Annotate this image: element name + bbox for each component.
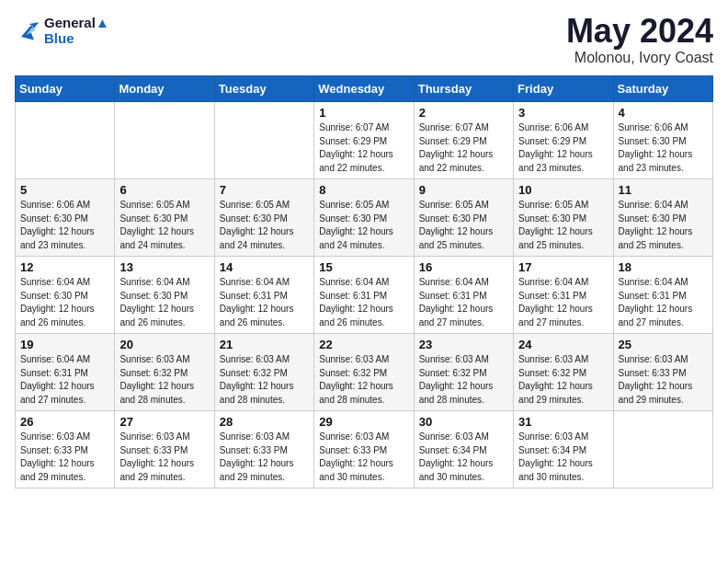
day-info: Sunrise: 6:04 AM Sunset: 6:30 PM Dayligh…	[20, 276, 109, 329]
day-number: 25	[619, 338, 708, 351]
day-number: 21	[220, 338, 309, 351]
day-number: 29	[319, 415, 408, 429]
title-block: May 2024 Molonou, Ivory Coast	[566, 15, 713, 66]
day-info: Sunrise: 6:06 AM Sunset: 6:30 PM Dayligh…	[20, 199, 109, 252]
calendar-day-cell: 4Sunrise: 6:06 AM Sunset: 6:30 PM Daylig…	[613, 102, 712, 179]
calendar-day-cell: 30Sunrise: 6:03 AM Sunset: 6:34 PM Dayli…	[414, 411, 513, 488]
day-number: 19	[20, 338, 109, 351]
day-number: 3	[518, 106, 608, 120]
day-info: Sunrise: 6:03 AM Sunset: 6:32 PM Dayligh…	[220, 353, 309, 407]
day-info: Sunrise: 6:04 AM Sunset: 6:31 PM Dayligh…	[419, 276, 508, 329]
day-number: 17	[518, 260, 608, 274]
calendar-day-cell: 26Sunrise: 6:03 AM Sunset: 6:33 PM Dayli…	[16, 411, 115, 488]
day-info: Sunrise: 6:05 AM Sunset: 6:30 PM Dayligh…	[518, 199, 608, 252]
calendar-day-cell: 28Sunrise: 6:03 AM Sunset: 6:33 PM Dayli…	[214, 411, 313, 488]
calendar-day-cell: 9Sunrise: 6:05 AM Sunset: 6:30 PM Daylig…	[414, 179, 513, 257]
calendar-day-cell: 2Sunrise: 6:07 AM Sunset: 6:29 PM Daylig…	[414, 102, 513, 179]
day-number: 10	[518, 183, 608, 197]
day-info: Sunrise: 6:03 AM Sunset: 6:33 PM Dayligh…	[619, 353, 708, 407]
day-info: Sunrise: 6:04 AM Sunset: 6:31 PM Dayligh…	[319, 276, 408, 329]
col-tuesday: Tuesday	[214, 76, 313, 102]
calendar-day-cell: 5Sunrise: 6:06 AM Sunset: 6:30 PM Daylig…	[16, 179, 115, 257]
calendar-day-cell: 1Sunrise: 6:07 AM Sunset: 6:29 PM Daylig…	[314, 102, 414, 179]
day-number: 31	[518, 415, 608, 429]
day-info: Sunrise: 6:03 AM Sunset: 6:33 PM Dayligh…	[20, 431, 109, 484]
day-info: Sunrise: 6:03 AM Sunset: 6:34 PM Dayligh…	[419, 431, 508, 484]
calendar-day-cell: 27Sunrise: 6:03 AM Sunset: 6:33 PM Dayli…	[115, 411, 214, 488]
day-number: 9	[419, 183, 508, 197]
day-number: 14	[220, 260, 309, 274]
day-info: Sunrise: 6:03 AM Sunset: 6:32 PM Dayligh…	[518, 353, 608, 407]
day-number: 12	[20, 260, 109, 274]
calendar-table: Sunday Monday Tuesday Wednesday Thursday…	[15, 75, 713, 488]
day-number: 5	[20, 183, 109, 197]
day-number: 13	[119, 260, 209, 274]
calendar-day-cell: 12Sunrise: 6:04 AM Sunset: 6:30 PM Dayli…	[16, 257, 115, 334]
calendar-week-1: 1Sunrise: 6:07 AM Sunset: 6:29 PM Daylig…	[16, 102, 713, 179]
calendar-day-cell: 16Sunrise: 6:04 AM Sunset: 6:31 PM Dayli…	[414, 257, 513, 334]
calendar-day-cell: 17Sunrise: 6:04 AM Sunset: 6:31 PM Dayli…	[514, 257, 613, 334]
day-number: 15	[319, 260, 408, 274]
day-info: Sunrise: 6:06 AM Sunset: 6:30 PM Dayligh…	[619, 121, 708, 175]
col-monday: Monday	[115, 76, 214, 102]
calendar-day-cell: 14Sunrise: 6:04 AM Sunset: 6:31 PM Dayli…	[214, 257, 313, 334]
day-number: 18	[619, 260, 708, 274]
calendar-day-cell: 11Sunrise: 6:04 AM Sunset: 6:30 PM Dayli…	[613, 179, 712, 257]
day-info: Sunrise: 6:04 AM Sunset: 6:31 PM Dayligh…	[619, 276, 708, 329]
day-number: 28	[220, 415, 309, 429]
day-info: Sunrise: 6:03 AM Sunset: 6:33 PM Dayligh…	[319, 431, 408, 484]
col-thursday: Thursday	[414, 76, 513, 102]
calendar-day-cell: 22Sunrise: 6:03 AM Sunset: 6:32 PM Dayli…	[314, 334, 414, 411]
day-info: Sunrise: 6:05 AM Sunset: 6:30 PM Dayligh…	[319, 199, 408, 252]
calendar-day-cell: 25Sunrise: 6:03 AM Sunset: 6:33 PM Dayli…	[613, 334, 712, 411]
day-number: 30	[419, 415, 508, 429]
calendar-week-3: 12Sunrise: 6:04 AM Sunset: 6:30 PM Dayli…	[16, 257, 713, 334]
day-info: Sunrise: 6:05 AM Sunset: 6:30 PM Dayligh…	[419, 199, 508, 252]
calendar-day-cell: 24Sunrise: 6:03 AM Sunset: 6:32 PM Dayli…	[514, 334, 613, 411]
calendar-day-cell: 23Sunrise: 6:03 AM Sunset: 6:32 PM Dayli…	[414, 334, 513, 411]
calendar-day-cell: 8Sunrise: 6:05 AM Sunset: 6:30 PM Daylig…	[314, 179, 414, 257]
logo-icon	[15, 17, 40, 43]
day-info: Sunrise: 6:04 AM Sunset: 6:30 PM Dayligh…	[619, 199, 708, 252]
col-friday: Friday	[514, 76, 613, 102]
page-header: General▲ Blue May 2024 Molonou, Ivory Co…	[15, 15, 713, 66]
calendar-day-cell: 19Sunrise: 6:04 AM Sunset: 6:31 PM Dayli…	[16, 334, 115, 411]
day-number: 16	[419, 260, 508, 274]
logo-text: General▲ Blue	[44, 15, 109, 46]
day-info: Sunrise: 6:03 AM Sunset: 6:34 PM Dayligh…	[518, 431, 608, 484]
calendar-day-cell: 29Sunrise: 6:03 AM Sunset: 6:33 PM Dayli…	[314, 411, 414, 488]
calendar-day-cell: 21Sunrise: 6:03 AM Sunset: 6:32 PM Dayli…	[214, 334, 313, 411]
calendar-header-row: Sunday Monday Tuesday Wednesday Thursday…	[16, 76, 713, 102]
location-title: Molonou, Ivory Coast	[566, 50, 713, 66]
day-info: Sunrise: 6:06 AM Sunset: 6:29 PM Dayligh…	[518, 121, 608, 175]
day-info: Sunrise: 6:05 AM Sunset: 6:30 PM Dayligh…	[119, 199, 209, 252]
month-title: May 2024	[566, 15, 713, 48]
day-info: Sunrise: 6:04 AM Sunset: 6:31 PM Dayligh…	[20, 353, 109, 407]
day-number: 23	[419, 338, 508, 351]
calendar-day-cell: 3Sunrise: 6:06 AM Sunset: 6:29 PM Daylig…	[514, 102, 613, 179]
day-number: 7	[220, 183, 309, 197]
day-number: 27	[119, 415, 209, 429]
col-sunday: Sunday	[16, 76, 115, 102]
day-number: 4	[619, 106, 708, 120]
day-number: 1	[319, 106, 408, 120]
day-info: Sunrise: 6:03 AM Sunset: 6:32 PM Dayligh…	[419, 353, 508, 407]
day-number: 6	[119, 183, 209, 197]
day-info: Sunrise: 6:04 AM Sunset: 6:30 PM Dayligh…	[119, 276, 209, 329]
calendar-day-cell: 7Sunrise: 6:05 AM Sunset: 6:30 PM Daylig…	[214, 179, 313, 257]
day-info: Sunrise: 6:05 AM Sunset: 6:30 PM Dayligh…	[220, 199, 309, 252]
calendar-day-cell: 31Sunrise: 6:03 AM Sunset: 6:34 PM Dayli…	[514, 411, 613, 488]
day-info: Sunrise: 6:04 AM Sunset: 6:31 PM Dayligh…	[518, 276, 608, 329]
day-number: 11	[619, 183, 708, 197]
day-number: 2	[419, 106, 508, 120]
day-info: Sunrise: 6:03 AM Sunset: 6:33 PM Dayligh…	[220, 431, 309, 484]
day-number: 20	[119, 338, 209, 351]
day-number: 8	[319, 183, 408, 197]
calendar-day-cell	[16, 102, 115, 179]
calendar-day-cell	[613, 411, 712, 488]
day-number: 22	[319, 338, 408, 351]
calendar-day-cell: 18Sunrise: 6:04 AM Sunset: 6:31 PM Dayli…	[613, 257, 712, 334]
calendar-day-cell	[115, 102, 214, 179]
calendar-day-cell: 13Sunrise: 6:04 AM Sunset: 6:30 PM Dayli…	[115, 257, 214, 334]
col-wednesday: Wednesday	[314, 76, 414, 102]
